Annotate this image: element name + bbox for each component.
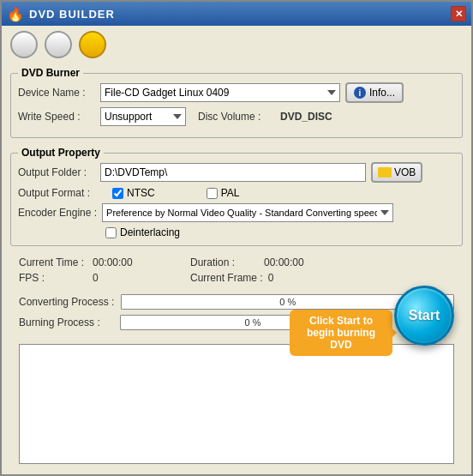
- fps-item: FPS : 0: [19, 272, 190, 284]
- start-tooltip: Click Start to begin burning DVD: [290, 310, 392, 356]
- progress-start-area: Converting Process : 0 % Click Start to …: [10, 294, 463, 335]
- deinterlacing-checkbox-label[interactable]: Deinterlacing: [105, 226, 180, 238]
- start-btn-wrapper: Click Start to begin burning DVD Start: [394, 286, 454, 346]
- vob-btn-label: VOB: [394, 166, 416, 178]
- dvd-burner-legend: DVD Burner: [18, 67, 83, 79]
- main-window: 🔥 DVD BUILDER ✕ DVD Burner Device Name :…: [0, 0, 473, 476]
- toolbar-btn-2[interactable]: [45, 31, 72, 58]
- flame-icon: 🔥: [7, 6, 24, 22]
- pal-label: PAL: [221, 187, 240, 199]
- content-area: DVD Burner Device Name : File-CD Gadget …: [2, 63, 471, 474]
- close-button[interactable]: ✕: [451, 6, 466, 21]
- current-frame-item: Current Frame : 0: [190, 272, 362, 284]
- toolbar: [2, 26, 471, 63]
- vob-button[interactable]: VOB: [371, 162, 422, 183]
- info-button[interactable]: i Info...: [345, 82, 404, 103]
- disc-volume-label: Disc Volume :: [198, 111, 275, 123]
- ntsc-checkbox-label[interactable]: NTSC: [112, 187, 155, 199]
- info-btn-label: Info...: [369, 87, 395, 99]
- device-name-select[interactable]: File-CD Gadget Linux 0409: [100, 83, 340, 102]
- start-button[interactable]: Start: [394, 286, 454, 346]
- fps-label: FPS :: [19, 272, 87, 284]
- pal-checkbox[interactable]: [207, 188, 218, 199]
- deinterlacing-row: Deinterlacing: [18, 226, 455, 238]
- duration-label: Duration :: [190, 256, 259, 268]
- encoder-engine-label: Encoder Engine :: [18, 207, 97, 219]
- current-frame-label: Current Frame :: [190, 272, 263, 284]
- fps-value: 0: [93, 272, 153, 284]
- pal-checkbox-label[interactable]: PAL: [207, 187, 240, 199]
- converting-label: Converting Process :: [19, 296, 114, 308]
- toolbar-btn-3[interactable]: [79, 31, 106, 58]
- stats-row-1: Current Time : 00:00:00 Duration : 00:00…: [19, 256, 454, 268]
- current-time-value: 00:00:00: [93, 256, 153, 268]
- output-format-label: Output Format :: [18, 187, 95, 199]
- toolbar-btn-1[interactable]: [10, 31, 38, 58]
- stats-section: Current Time : 00:00:00 Duration : 00:00…: [10, 255, 463, 289]
- ntsc-label: NTSC: [127, 187, 155, 199]
- deinterlacing-checkbox[interactable]: [105, 227, 117, 238]
- current-time-item: Current Time : 00:00:00: [19, 256, 190, 268]
- encoder-engine-row: Encoder Engine : Preference by Normal Vi…: [18, 203, 455, 222]
- output-folder-input[interactable]: [100, 163, 366, 182]
- title-bar-left: 🔥 DVD BUILDER: [7, 6, 115, 22]
- write-speed-row: Write Speed : Unsupport Disc Volume : DV…: [18, 107, 455, 126]
- deinterlacing-label: Deinterlacing: [120, 226, 180, 238]
- output-folder-row: Output Folder : VOB: [18, 162, 455, 183]
- duration-value: 00:00:00: [264, 256, 324, 268]
- duration-item: Duration : 00:00:00: [190, 256, 362, 268]
- output-property-group: Output Property Output Folder : VOB Outp…: [10, 147, 463, 246]
- stats-row-2: FPS : 0 Current Frame : 0: [19, 272, 454, 284]
- device-name-row: Device Name : File-CD Gadget Linux 0409 …: [18, 82, 455, 103]
- ntsc-checkbox[interactable]: [112, 188, 123, 199]
- start-btn-container: Click Start to begin burning DVD Start: [394, 286, 454, 346]
- current-frame-value: 0: [268, 272, 328, 284]
- write-speed-label: Write Speed :: [18, 111, 95, 123]
- output-format-row: Output Format : NTSC PAL: [18, 187, 455, 199]
- encoder-engine-select[interactable]: Preference by Normal Video Quality - Sta…: [102, 203, 393, 222]
- window-title: DVD BUILDER: [29, 8, 115, 21]
- log-area[interactable]: [19, 344, 454, 464]
- title-bar: 🔥 DVD BUILDER ✕: [2, 2, 471, 26]
- burning-label: Burning Process :: [19, 316, 113, 328]
- disc-volume-value: DVD_DISC: [280, 111, 332, 123]
- write-speed-select[interactable]: Unsupport: [100, 107, 186, 126]
- current-time-label: Current Time :: [19, 256, 87, 268]
- info-icon: i: [354, 87, 366, 99]
- dvd-burner-group: DVD Burner Device Name : File-CD Gadget …: [10, 67, 463, 138]
- converting-progress-row: Converting Process : 0 %: [19, 294, 454, 310]
- output-property-legend: Output Property: [18, 147, 104, 159]
- folder-icon: [378, 167, 392, 178]
- device-name-label: Device Name :: [18, 87, 95, 99]
- output-folder-label: Output Folder :: [18, 166, 95, 178]
